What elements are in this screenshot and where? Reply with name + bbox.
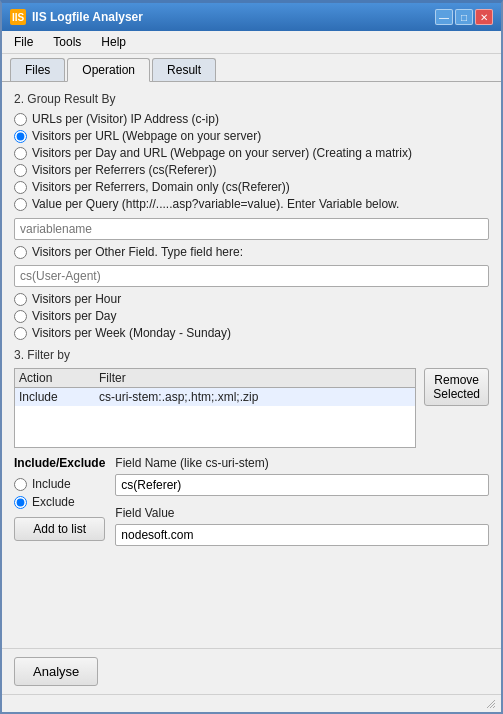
filter-action-0: Include [19, 390, 99, 404]
title-buttons: — □ ✕ [435, 9, 493, 25]
section3-label: 3. Filter by [14, 348, 489, 362]
label-exclude[interactable]: Exclude [32, 495, 75, 509]
include-exclude-label: Include/Exclude [14, 456, 105, 470]
add-to-list-button[interactable]: Add to list [14, 517, 105, 541]
label-per-hour[interactable]: Visitors per Hour [32, 292, 121, 306]
filter-row-0[interactable]: Include cs-uri-stem:.asp;.htm;.xml;.zip [15, 388, 415, 406]
field-name-value-group: Field Name (like cs-uri-stem) Field Valu… [115, 456, 489, 546]
close-button[interactable]: ✕ [475, 9, 493, 25]
include-exclude-group: Include/Exclude Include Exclude Add to l… [14, 456, 105, 546]
other-field-input[interactable] [14, 265, 489, 287]
filter-table-body: Include cs-uri-stem:.asp;.htm;.xml;.zip [15, 388, 415, 447]
resize-grip-icon [485, 698, 497, 710]
menu-file[interactable]: File [6, 33, 41, 51]
svg-line-2 [493, 706, 495, 708]
label-visitors-day-url[interactable]: Visitors per Day and URL (Webpage on you… [32, 146, 412, 160]
tab-bar: Files Operation Result [2, 54, 501, 82]
label-other-field[interactable]: Visitors per Other Field. Type field her… [32, 245, 243, 259]
radio-per-day[interactable] [14, 310, 27, 323]
option-visitors-url: Visitors per URL (Webpage on your server… [14, 129, 489, 143]
label-value-query[interactable]: Value per Query (http://.....asp?variabl… [32, 197, 399, 211]
field-name-label: Field Name (like cs-uri-stem) [115, 456, 489, 470]
window-title: IIS Logfile Analyser [32, 10, 143, 24]
status-bar [2, 694, 501, 712]
radio-other-field[interactable] [14, 246, 27, 259]
extra-options: Visitors per Hour Visitors per Day Visit… [14, 292, 489, 340]
radio-exclude-row: Exclude [14, 495, 105, 509]
radio-include[interactable] [14, 478, 27, 491]
group-by-options: URLs per (Visitor) IP Address (c-ip) Vis… [14, 112, 489, 211]
filter-controls: Include/Exclude Include Exclude Add to l… [14, 456, 489, 546]
option-ip: URLs per (Visitor) IP Address (c-ip) [14, 112, 489, 126]
option-per-day: Visitors per Day [14, 309, 489, 323]
radio-ip[interactable] [14, 113, 27, 126]
variable-input[interactable] [14, 218, 489, 240]
radio-referrers[interactable] [14, 164, 27, 177]
option-referrers-domain: Visitors per Referrers, Domain only (cs(… [14, 180, 489, 194]
radio-visitors-day-url[interactable] [14, 147, 27, 160]
field-value-input[interactable] [115, 524, 489, 546]
option-referrers: Visitors per Referrers (cs(Referer)) [14, 163, 489, 177]
radio-per-week[interactable] [14, 327, 27, 340]
field-value-label: Field Value [115, 506, 489, 520]
tab-operation[interactable]: Operation [67, 58, 150, 82]
option-value-query: Value per Query (http://.....asp?variabl… [14, 197, 489, 211]
label-per-week[interactable]: Visitors per Week (Monday - Sunday) [32, 326, 231, 340]
menu-tools[interactable]: Tools [45, 33, 89, 51]
section2: 2. Group Result By URLs per (Visitor) IP… [14, 92, 489, 340]
radio-value-query[interactable] [14, 198, 27, 211]
menu-bar: File Tools Help [2, 31, 501, 54]
radio-exclude[interactable] [14, 496, 27, 509]
title-bar-left: IIS IIS Logfile Analyser [10, 9, 143, 25]
maximize-button[interactable]: □ [455, 9, 473, 25]
radio-include-row: Include [14, 477, 105, 491]
label-include[interactable]: Include [32, 477, 71, 491]
option-other-field: Visitors per Other Field. Type field her… [14, 245, 489, 259]
content-area: 2. Group Result By URLs per (Visitor) IP… [2, 82, 501, 648]
radio-per-hour[interactable] [14, 293, 27, 306]
remove-selected-button[interactable]: RemoveSelected [424, 368, 489, 406]
filter-table: Action Filter Include cs-uri-stem:.asp;.… [14, 368, 416, 448]
analyse-button[interactable]: Analyse [14, 657, 98, 686]
col-filter: Filter [99, 371, 411, 385]
option-visitors-day-url: Visitors per Day and URL (Webpage on you… [14, 146, 489, 160]
section3: 3. Filter by Action Filter Include cs-ur… [14, 348, 489, 546]
radio-visitors-url[interactable] [14, 130, 27, 143]
minimize-button[interactable]: — [435, 9, 453, 25]
tab-result[interactable]: Result [152, 58, 216, 81]
filter-table-header: Action Filter [15, 369, 415, 388]
tab-files[interactable]: Files [10, 58, 65, 81]
filter-value-0: cs-uri-stem:.asp;.htm;.xml;.zip [99, 390, 411, 404]
label-visitors-url[interactable]: Visitors per URL (Webpage on your server… [32, 129, 261, 143]
label-referrers[interactable]: Visitors per Referrers (cs(Referer)) [32, 163, 216, 177]
title-bar: IIS IIS Logfile Analyser — □ ✕ [2, 3, 501, 31]
field-name-input[interactable] [115, 474, 489, 496]
filter-table-outer: Action Filter Include cs-uri-stem:.asp;.… [14, 368, 489, 448]
app-icon: IIS [10, 9, 26, 25]
main-window: IIS IIS Logfile Analyser — □ ✕ File Tool… [0, 0, 503, 714]
section2-label: 2. Group Result By [14, 92, 489, 106]
option-per-hour: Visitors per Hour [14, 292, 489, 306]
menu-help[interactable]: Help [93, 33, 134, 51]
option-per-week: Visitors per Week (Monday - Sunday) [14, 326, 489, 340]
radio-referrers-domain[interactable] [14, 181, 27, 194]
label-per-day[interactable]: Visitors per Day [32, 309, 116, 323]
label-ip[interactable]: URLs per (Visitor) IP Address (c-ip) [32, 112, 219, 126]
analyse-bar: Analyse [2, 648, 501, 694]
col-action: Action [19, 371, 99, 385]
label-referrers-domain[interactable]: Visitors per Referrers, Domain only (cs(… [32, 180, 290, 194]
